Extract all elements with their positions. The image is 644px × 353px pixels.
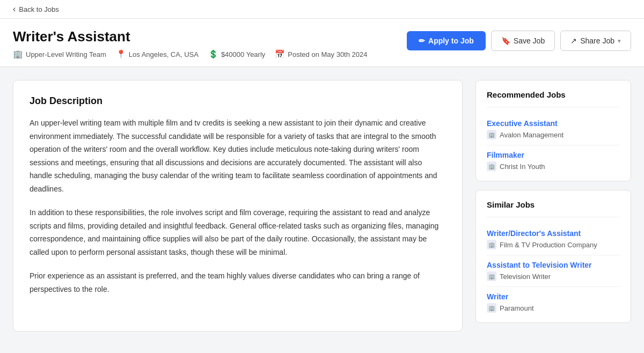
back-to-jobs-link[interactable]: ‹ Back to Jobs bbox=[13, 4, 59, 14]
header-left: Writer's Assistant 🏢 Upper-Level Writing… bbox=[13, 28, 368, 59]
similar-job-title-2[interactable]: Writer bbox=[487, 292, 620, 301]
company-name-0: Avalon Management bbox=[500, 131, 564, 139]
share-icon: ↗ bbox=[570, 36, 577, 45]
similar-company-name-1: Television Writer bbox=[500, 273, 551, 281]
similar-job-company-2: 🏢 Paramount bbox=[487, 303, 620, 313]
back-arrow-icon: ‹ bbox=[13, 4, 16, 14]
similar-job-title-1[interactable]: Assistant to Television Writer bbox=[487, 261, 620, 269]
similar-job-card-2: Writer 🏢 Paramount bbox=[487, 287, 620, 313]
description-paragraph-1: An upper-level writing team with multipl… bbox=[30, 116, 446, 195]
top-bar: ‹ Back to Jobs bbox=[0, 0, 644, 19]
company-icon-s2: 🏢 bbox=[487, 303, 496, 313]
similar-company-name-0: Film & TV Production Company bbox=[500, 241, 597, 249]
similar-job-title-0[interactable]: Writer/Director's Assistant bbox=[487, 229, 620, 238]
job-description-title: Job Description bbox=[30, 95, 446, 107]
posted-label: Posted on May 30th 2024 bbox=[288, 50, 367, 58]
job-description-panel: Job Description An upper-level writing t… bbox=[13, 80, 463, 332]
job-title: Writer's Assistant bbox=[13, 28, 368, 45]
team-label: Upper-Level Writing Team bbox=[26, 50, 106, 58]
description-paragraph-3: Prior experience as an assistant is pref… bbox=[30, 269, 446, 296]
meta-posted: 📅 Posted on May 30th 2024 bbox=[275, 49, 367, 59]
similar-job-company-1: 🏢 Television Writer bbox=[487, 271, 620, 281]
company-icon-s1: 🏢 bbox=[487, 271, 496, 281]
similar-jobs-title: Similar Jobs bbox=[487, 200, 620, 209]
recommended-jobs-title: Recommended Jobs bbox=[487, 90, 620, 99]
divider-similar bbox=[487, 217, 620, 217]
company-icon-1: 🏢 bbox=[487, 161, 496, 171]
description-paragraph-2: In addition to these responsibilities, t… bbox=[30, 206, 446, 259]
meta-salary: 💲 $40000 Yearly bbox=[208, 49, 265, 59]
location-icon: 📍 bbox=[116, 49, 126, 59]
back-label: Back to Jobs bbox=[19, 5, 58, 13]
save-job-button[interactable]: 🔖 Save Job bbox=[491, 31, 555, 51]
location-label: Los Angeles, CA, USA bbox=[129, 50, 199, 58]
similar-job-card-1: Assistant to Television Writer 🏢 Televis… bbox=[487, 255, 620, 287]
recommended-job-title-1[interactable]: Filmmaker bbox=[487, 151, 620, 159]
salary-label: $40000 Yearly bbox=[221, 50, 265, 58]
company-name-1: Christ In Youth bbox=[500, 163, 545, 171]
apply-to-job-button[interactable]: ✏ Apply to Job bbox=[407, 31, 486, 50]
company-icon-s0: 🏢 bbox=[487, 240, 496, 249]
company-icon-0: 🏢 bbox=[487, 130, 496, 139]
calendar-icon: 📅 bbox=[275, 49, 285, 59]
recommended-jobs-box: Recommended Jobs Executive Assistant 🏢 A… bbox=[475, 80, 631, 181]
similar-job-card-0: Writer/Director's Assistant 🏢 Film & TV … bbox=[487, 224, 620, 255]
dollar-icon: 💲 bbox=[208, 49, 218, 59]
recommended-job-card-0: Executive Assistant 🏢 Avalon Management bbox=[487, 114, 620, 145]
job-meta: 🏢 Upper-Level Writing Team 📍 Los Angeles… bbox=[13, 49, 368, 59]
meta-team: 🏢 Upper-Level Writing Team bbox=[13, 49, 106, 59]
pencil-icon: ✏ bbox=[419, 36, 425, 45]
sidebar: Recommended Jobs Executive Assistant 🏢 A… bbox=[475, 80, 631, 332]
building-icon: 🏢 bbox=[13, 49, 23, 59]
content-area: Job Description An upper-level writing t… bbox=[0, 67, 644, 344]
share-job-button[interactable]: ↗ Share Job ▾ bbox=[560, 31, 631, 51]
similar-company-name-2: Paramount bbox=[500, 304, 534, 312]
divider bbox=[487, 107, 620, 107]
similar-jobs-box: Similar Jobs Writer/Director's Assistant… bbox=[475, 190, 631, 323]
recommended-job-card-1: Filmmaker 🏢 Christ In Youth bbox=[487, 145, 620, 171]
recommended-job-company-1: 🏢 Christ In Youth bbox=[487, 161, 620, 171]
recommended-job-title-0[interactable]: Executive Assistant bbox=[487, 119, 620, 128]
chevron-down-icon: ▾ bbox=[618, 38, 621, 45]
header-actions: ✏ Apply to Job 🔖 Save Job ↗ Share Job ▾ bbox=[407, 31, 631, 51]
recommended-job-company-0: 🏢 Avalon Management bbox=[487, 130, 620, 139]
similar-job-company-0: 🏢 Film & TV Production Company bbox=[487, 240, 620, 249]
bookmark-icon: 🔖 bbox=[501, 36, 510, 45]
job-header: Writer's Assistant 🏢 Upper-Level Writing… bbox=[0, 19, 644, 67]
meta-location: 📍 Los Angeles, CA, USA bbox=[116, 49, 199, 59]
